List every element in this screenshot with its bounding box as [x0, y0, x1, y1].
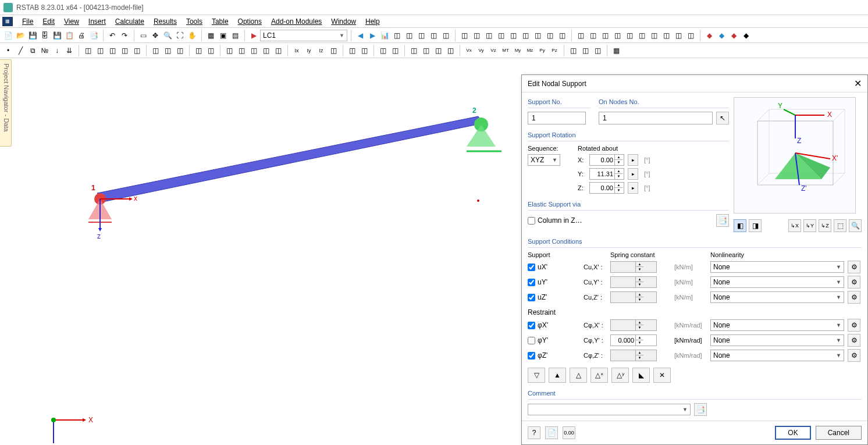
new-icon[interactable]: 📄 — [2, 30, 14, 41]
tool-icon[interactable]: ◫ — [599, 30, 611, 41]
project-navigator-tab[interactable]: Project Navigator - Data — [0, 59, 12, 147]
tool-icon[interactable]: ◫ — [150, 45, 161, 56]
tool-icon[interactable]: ◫ — [389, 45, 401, 56]
tool-icon[interactable]: ◫ — [432, 45, 444, 56]
menu-window[interactable]: Window — [326, 16, 361, 27]
uy-nonlin-dropdown[interactable]: None▼ — [710, 276, 844, 288]
preset-rollerx-icon[interactable]: △ˣ — [590, 368, 608, 383]
tool-icon[interactable]: ◫ — [532, 30, 543, 41]
menu-view[interactable]: View — [59, 16, 84, 27]
vx-icon[interactable]: Vx — [463, 45, 475, 56]
units-icon[interactable]: 0.00 — [563, 426, 575, 439]
tool-icon[interactable]: ◫ — [673, 30, 684, 41]
ix-icon[interactable]: Ix — [291, 45, 303, 56]
module-icon[interactable]: ◆ — [703, 30, 715, 41]
phix-nonlin-dropdown[interactable]: None▼ — [710, 319, 844, 331]
phiy-edit-icon[interactable]: ⚙ — [848, 334, 860, 347]
table-icon[interactable]: ▦ — [610, 45, 622, 56]
calc-icon[interactable]: ▶ — [248, 30, 259, 41]
pick-node-icon[interactable]: ↖ — [716, 112, 729, 124]
results-icon[interactable]: 📊 — [379, 30, 390, 41]
tool-icon[interactable]: ◫ — [611, 30, 623, 41]
model-canvas[interactable]: x z 1 2 X Z — [13, 59, 519, 443]
tool-icon[interactable]: ◫ — [428, 30, 439, 41]
cphiy-input[interactable]: ▲▼ — [610, 334, 657, 346]
tool-icon[interactable]: ◫ — [420, 45, 432, 56]
tool-icon[interactable]: ◫ — [162, 45, 173, 56]
tool-icon[interactable]: ◫ — [82, 45, 94, 56]
tool-icon[interactable]: ◫ — [440, 30, 451, 41]
module-icon[interactable]: ◆ — [728, 30, 739, 41]
view-z-icon[interactable]: ↳Z — [819, 219, 831, 232]
view-x-icon[interactable]: ↳X — [788, 219, 801, 232]
phiz-nonlin-dropdown[interactable]: None▼ — [710, 350, 844, 361]
ux-checkbox[interactable]: uX' — [528, 263, 580, 271]
tool-icon[interactable]: ◫ — [458, 30, 470, 41]
vz-icon[interactable]: Vz — [488, 45, 499, 56]
phiy-checkbox[interactable]: φY' — [528, 336, 580, 344]
close-icon[interactable]: ✕ — [854, 78, 862, 89]
xfer-icon[interactable]: ▸ — [628, 168, 638, 180]
tool-icon[interactable]: ◫ — [579, 45, 591, 56]
xfer-icon[interactable]: ▸ — [628, 182, 638, 194]
uz-nonlin-dropdown[interactable]: None▼ — [710, 291, 844, 303]
menu-file[interactable]: File — [17, 16, 38, 27]
saveall-icon[interactable]: 💾 — [51, 30, 63, 41]
tool-icon[interactable]: ◫ — [575, 30, 586, 41]
tool-icon[interactable]: ◫ — [193, 45, 204, 56]
tool-icon[interactable]: ◫ — [567, 45, 579, 56]
copy-icon[interactable]: 📑 — [88, 30, 99, 41]
tool-icon[interactable]: ◫ — [391, 30, 403, 41]
iy-icon[interactable]: Iy — [303, 45, 315, 56]
phix-checkbox[interactable]: φX' — [528, 321, 580, 329]
tool-icon[interactable]: ◫ — [587, 30, 599, 41]
menu-options[interactable]: Options — [233, 16, 266, 27]
uy-edit-icon[interactable]: ⚙ — [848, 276, 860, 289]
uy-checkbox[interactable]: uY' — [528, 278, 580, 286]
support-no-input[interactable]: 1 — [528, 112, 586, 124]
menu-table[interactable]: Table — [207, 16, 233, 27]
view1-icon[interactable]: ▣ — [217, 30, 229, 41]
tool-icon[interactable]: ◫ — [328, 45, 339, 56]
phiy-nonlin-dropdown[interactable]: None▼ — [710, 334, 844, 346]
help-icon[interactable]: ? — [528, 426, 540, 439]
view-pers-icon[interactable]: ◨ — [749, 219, 762, 232]
tool-icon[interactable]: ◫ — [119, 45, 130, 56]
rotation-z-input[interactable]: ▲▼ — [589, 182, 624, 194]
menu-edit[interactable]: Edit — [38, 16, 59, 27]
view-box-icon[interactable]: ⬚ — [834, 219, 846, 232]
ux-edit-icon[interactable]: ⚙ — [848, 261, 860, 273]
report-icon[interactable]: 📄 — [545, 426, 558, 439]
sequence-dropdown[interactable]: XYZ▼ — [528, 154, 560, 166]
grid-icon[interactable]: ▦ — [205, 30, 216, 41]
ux-nonlin-dropdown[interactable]: None▼ — [710, 261, 844, 273]
ok-button[interactable]: OK — [775, 426, 810, 440]
column-z-checkbox[interactable]: Column in Z… — [528, 216, 582, 225]
zoom-icon[interactable]: 🔍 — [162, 30, 173, 41]
zoomfit-icon[interactable]: ⛶ — [174, 30, 186, 41]
view-iso-icon[interactable]: ◧ — [734, 219, 746, 232]
tool-icon[interactable]: ◫ — [415, 30, 427, 41]
tool-icon[interactable]: ◫ — [483, 30, 495, 41]
view-y-icon[interactable]: ↳Y — [803, 219, 816, 232]
open-icon[interactable]: 📂 — [15, 30, 26, 41]
tool-icon[interactable]: ◫ — [248, 45, 259, 56]
view2-icon[interactable]: ▤ — [229, 30, 241, 41]
tool-icon[interactable]: ◫ — [636, 30, 648, 41]
tool-icon[interactable]: ◫ — [495, 30, 507, 41]
rotation-x-input[interactable]: ▲▼ — [589, 154, 624, 166]
iz-icon[interactable]: Iz — [315, 45, 327, 56]
undo-icon[interactable]: ↶ — [106, 30, 118, 41]
preset-roller-icon[interactable]: △ — [570, 368, 587, 383]
preset-hinged-icon[interactable]: ▽ — [528, 368, 545, 383]
menu-addons[interactable]: Add-on Modules — [266, 16, 326, 27]
saveas-icon[interactable]: 🗄 — [39, 30, 51, 41]
tool-icon[interactable]: ◫ — [94, 45, 106, 56]
tool-icon[interactable]: ◫ — [471, 30, 482, 41]
comment-input[interactable]: ▼ — [528, 404, 691, 415]
tool-icon[interactable]: ◫ — [408, 45, 419, 56]
print-icon[interactable]: 🖨 — [76, 30, 87, 41]
tool-icon[interactable]: ◫ — [131, 45, 143, 56]
menu-results[interactable]: Results — [149, 16, 182, 27]
tool-icon[interactable]: ◫ — [556, 30, 568, 41]
